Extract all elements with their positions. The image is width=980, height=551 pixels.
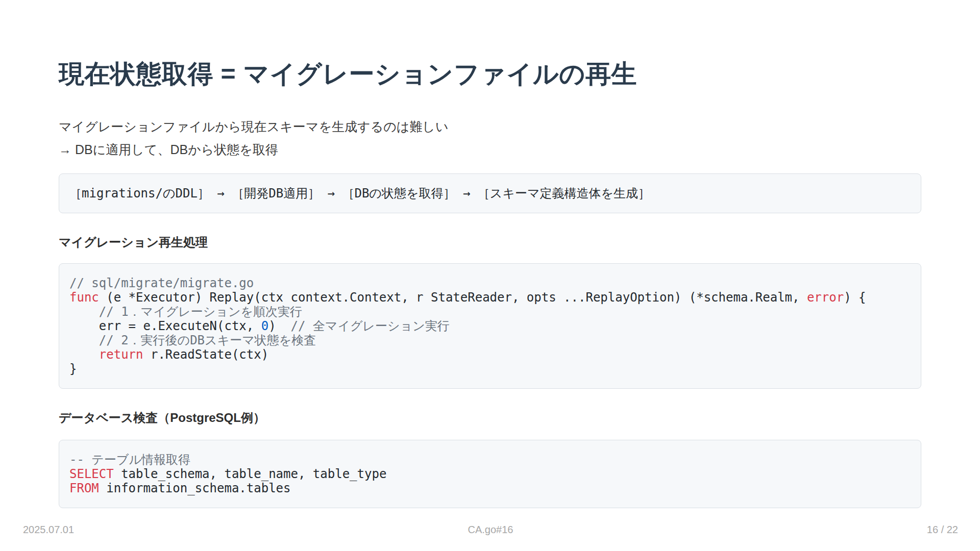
sql-code-block: -- テーブル情報取得 SELECT table_schema, table_n…: [59, 440, 921, 508]
section-heading-migration-replay: マイグレーション再生処理: [59, 235, 921, 250]
code-keyword: FROM: [69, 481, 99, 495]
page-title: 現在状態取得 = マイグレーションファイルの再生: [59, 0, 921, 88]
code-line: func (e *Executor) Replay(ctx context.Co…: [69, 290, 911, 305]
code-comment: // 1．マイグレーションを順次実行: [69, 305, 302, 319]
code-text: }: [69, 362, 77, 376]
slide-footer: 2025.07.01 CA.go#16 16 / 22: [23, 523, 958, 536]
code-line: FROM information_schema.tables: [69, 481, 911, 495]
intro-line-1: マイグレーションファイルから現在スキーマを生成するのは難しい: [59, 119, 921, 134]
code-text: table_schema, table_name, table_type: [114, 467, 387, 481]
code-text: err = e.ExecuteN(ctx,: [69, 319, 261, 333]
code-line: // sql/migrate/migrate.go: [69, 276, 911, 290]
footer-event: CA.go#16: [468, 523, 513, 536]
flow-code-line: ［migrations/のDDL］ → ［開発DB適用］ → ［DBの状態を取得…: [69, 186, 911, 201]
code-comment: // 2．実行後のDBスキーマ状態を検査: [69, 333, 316, 347]
intro-text: マイグレーションファイルから現在スキーマを生成するのは難しい → DBに適用して…: [59, 119, 921, 157]
code-text: ): [268, 319, 290, 333]
code-text: r.ReadState(ctx): [143, 347, 269, 362]
footer-date: 2025.07.01: [23, 523, 74, 536]
slide: 現在状態取得 = マイグレーションファイルの再生 マイグレーションファイルから現…: [0, 0, 980, 551]
code-comment: -- テーブル情報取得: [69, 453, 190, 467]
code-keyword: return: [99, 347, 143, 362]
section-heading-database-inspection: データベース検査（PostgreSQL例）: [59, 410, 921, 425]
code-keyword: SELECT: [69, 467, 114, 481]
intro-line-2: → DBに適用して、DBから状態を取得: [59, 142, 921, 157]
go-code-block: // sql/migrate/migrate.go func (e *Execu…: [59, 263, 921, 389]
footer-page-number: 16 / 22: [927, 523, 958, 536]
code-text: (e *Executor) Replay(ctx context.Context…: [99, 290, 807, 305]
code-number: 0: [261, 319, 268, 333]
flow-code-block: ［migrations/のDDL］ → ［開発DB適用］ → ［DBの状態を取得…: [59, 173, 921, 213]
code-text: [69, 347, 99, 362]
code-line: }: [69, 362, 911, 376]
code-line: // 2．実行後のDBスキーマ状態を検査: [69, 333, 911, 347]
code-keyword: func: [69, 290, 99, 305]
code-comment: // sql/migrate/migrate.go: [69, 276, 254, 290]
code-line: return r.ReadState(ctx): [69, 347, 911, 362]
code-line: // 1．マイグレーションを順次実行: [69, 305, 911, 319]
code-line: SELECT table_schema, table_name, table_t…: [69, 467, 911, 481]
code-text: ) {: [844, 290, 866, 305]
code-keyword: error: [807, 290, 844, 305]
code-line: -- テーブル情報取得: [69, 453, 911, 467]
code-text: information_schema.tables: [99, 481, 291, 495]
code-comment: // 全マイグレーション実行: [291, 319, 450, 333]
code-line: err = e.ExecuteN(ctx, 0) // 全マイグレーション実行: [69, 319, 911, 333]
